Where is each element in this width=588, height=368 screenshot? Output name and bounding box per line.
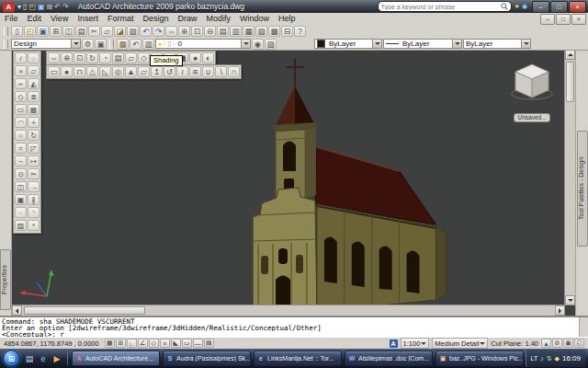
ellipse-icon[interactable]: ⊙ [15,168,27,179]
status-lock-icon[interactable]: ▣ [563,339,573,348]
doc-restore-icon[interactable]: □ [556,14,571,25]
otrack-toggle[interactable]: ≡ [160,339,170,348]
layer-on-icon[interactable]: ● [158,40,162,49]
workspace-switch-icon[interactable]: ⚙ [552,339,562,348]
circle-icon[interactable]: ○ [15,130,27,141]
plot-icon[interactable]: ⊞ [50,26,62,37]
task-linksmanija[interactable]: e LinksManija.Net :: Tor... [254,351,342,366]
ducs-toggle[interactable]: ◣ [171,339,181,348]
save-icon[interactable]: ▣ [37,26,49,37]
open-icon[interactable]: ◰ [24,26,36,37]
properties-palette-tab[interactable]: Properties [0,249,11,310]
intersect-icon[interactable]: ∩ [228,66,240,77]
qnew-icon[interactable]: ▯ [23,2,27,12]
paste-icon[interactable]: ◪ [114,26,126,37]
menu-insert[interactable]: Insert [73,13,103,25]
revolve-icon[interactable]: ↺ [164,66,175,77]
point-icon[interactable]: · [15,207,27,218]
layer-previous-icon[interactable]: ↶ [130,39,141,50]
network-icon[interactable]: ⇅ [547,350,552,367]
security-shield-icon[interactable]: ◆ [555,350,560,367]
doc-minimize-icon[interactable]: – [540,14,555,25]
box-icon[interactable]: ▭ [48,66,60,77]
viewcube-icon[interactable] [510,59,554,103]
coordinate-readout[interactable]: 4854.0867, 1176.8749 , 0.0000 [4,339,99,348]
tool-palettes-tab[interactable]: Tool Palettes - Design [577,131,588,247]
cone-icon[interactable]: △ [86,66,98,77]
insert-block-icon[interactable]: ◫ [15,181,27,192]
chevron-down-icon[interactable] [241,40,250,48]
search-input[interactable] [381,3,501,11]
horizontal-scrollbar[interactable] [12,305,565,316]
menu-draw[interactable]: Draw [173,13,201,25]
lwt-toggle[interactable]: — [193,339,203,348]
chevron-down-icon[interactable] [521,40,530,48]
offset-icon[interactable]: ≣ [28,91,40,102]
volume-icon[interactable]: ♪ [540,350,544,367]
menu-edit[interactable]: Edit [23,13,47,25]
plot-icon[interactable]: ⊞ [47,2,53,12]
ortho-toggle[interactable]: ∟ [127,339,137,348]
chevron-down-icon[interactable] [71,40,80,48]
start-button[interactable]: ⊞ [3,350,20,367]
detail-level-combo[interactable]: Medium Detail [432,338,488,349]
menu-modify[interactable]: Modify [201,13,235,25]
rectangle-icon[interactable]: ▭ [15,104,27,115]
linetype-combo[interactable]: ByLayer [383,39,462,49]
workspace-settings-icon[interactable]: ⚙ [82,39,94,50]
menu-view[interactable]: View [46,13,73,25]
infocenter-search[interactable] [378,1,512,12]
sheet-set-manager-icon[interactable]: ▧ [255,26,267,37]
mirror-icon[interactable]: ◭ [28,78,40,89]
annotation-scale-combo[interactable]: 1:100 [401,338,430,349]
task-word-doc[interactable]: W Atsiliepimas .doc [Com... [345,351,433,366]
workspace-lock-icon[interactable]: ▣ [95,39,107,50]
scroll-right-icon[interactable] [555,305,565,316]
redo-icon[interactable]: ↷ [153,26,164,37]
close-button[interactable]: × [569,1,586,13]
restore-button[interactable]: □ [550,1,568,13]
menu-file[interactable]: File [0,13,23,25]
dyn-toggle[interactable]: ▭ [182,339,192,348]
explode-icon[interactable]: * [28,220,40,231]
properties-icon[interactable]: ▤ [217,26,229,37]
menu-window[interactable]: Window [235,13,274,25]
osnap-toggle[interactable]: ◇ [149,339,159,348]
color-combo[interactable]: ByLayer [314,39,382,49]
doc-close-icon[interactable]: × [571,14,586,25]
2d-wireframe-icon[interactable]: ▱ [125,52,137,63]
publish-icon[interactable]: ▤ [75,26,87,37]
shading-icon[interactable]: ● [189,52,201,63]
media-player-icon[interactable]: ▶ [51,352,63,365]
move-icon[interactable]: + [28,117,40,128]
cleanscreen-icon[interactable]: ◱ [574,339,584,348]
menu-design[interactable]: Design [138,13,173,25]
make-block-icon[interactable]: ▣ [15,194,27,205]
vertical-scroll-thumb[interactable] [566,62,574,102]
xline-icon[interactable]: × [15,65,27,76]
drawing-canvas[interactable]: /×⌐◇▭◠○≈~⊙◫▣·▨◌▱◭≣▦+↻◸↦✂→∦◝* ⇔⊕⊡↻◔▤▱◇◈◧◨… [12,50,575,316]
zoom-window-icon[interactable]: ⊡ [74,52,85,63]
open-icon[interactable]: ◰ [28,2,36,12]
layer-combo[interactable]: ●○▯■ 0 [155,39,251,49]
rotate-icon[interactable]: ↻ [28,130,40,141]
torus-icon[interactable]: ◎ [112,66,124,77]
subtract-icon[interactable]: ∖ [215,66,227,77]
line-icon[interactable]: / [15,52,27,63]
undo-icon[interactable]: ↶ [54,2,61,12]
language-indicator[interactable]: LT [531,350,538,367]
autocad-logo-icon[interactable]: A [3,2,15,12]
scroll-left-icon[interactable] [12,305,22,316]
copy-clip-icon[interactable]: ▱ [101,26,113,37]
fillet-icon[interactable]: ◝ [28,207,40,218]
cylinder-icon[interactable]: ⊓ [74,66,85,77]
planar-surface-icon[interactable]: ▱ [138,66,150,77]
menu-browser-icon[interactable]: ▾ [17,2,21,12]
revcloud-icon[interactable]: ≈ [15,143,27,154]
named-views-icon[interactable]: ▤ [112,52,124,63]
save-icon[interactable]: ▣ [38,2,45,12]
make-object-layer-current-icon[interactable]: ◉ [252,39,264,50]
loft-icon[interactable]: ≋ [189,66,201,77]
annotation-visibility-icon[interactable]: ▲ [541,339,551,348]
array-icon[interactable]: ▦ [28,104,40,115]
